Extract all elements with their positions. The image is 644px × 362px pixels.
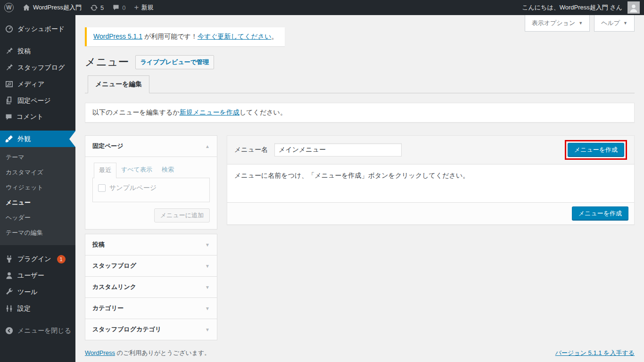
add-to-menu-button[interactable]: メニューに追加	[154, 208, 210, 222]
tab-most-recent[interactable]: 最近	[94, 163, 116, 178]
sidebar-item-label: ツール	[17, 288, 38, 296]
pages-meta-box: 固定ページ ▲ 最近 すべて表示 検索 サンプルページ	[85, 135, 217, 230]
instruction-text: 以下のメニューを編集するか	[92, 108, 180, 116]
sidebar-item-plugins[interactable]: プラグイン 1	[0, 251, 75, 267]
create-menu-button[interactable]: メニューを作成	[568, 143, 624, 157]
wordpress-logo-icon: W	[4, 3, 14, 12]
home-icon	[22, 3, 31, 12]
submenu-item-customize[interactable]: カスタマイズ	[0, 165, 75, 180]
categories-meta-box: カテゴリー ▼	[85, 298, 217, 319]
appearance-brush-icon	[5, 134, 14, 143]
menu-name-input[interactable]	[274, 143, 402, 156]
sidebar-item-label: スタッフブログ	[17, 64, 65, 72]
users-icon	[5, 271, 14, 280]
menu-name-header: メニュー名 メニューを作成	[227, 136, 634, 165]
help-button[interactable]: ヘルプ ▼	[594, 15, 635, 32]
notice-text: が利用可能です！	[142, 33, 198, 40]
meta-box-title: スタッフブログカテゴリ	[92, 325, 161, 334]
wp-logo-menu[interactable]: W	[0, 0, 18, 15]
pages-meta-box-body: 最近 すべて表示 検索 サンプルページ メニューに追加	[85, 156, 217, 229]
notice-text-end: 。	[272, 33, 278, 40]
meta-box-title: カテゴリー	[92, 304, 124, 313]
submenu-item-theme-editor[interactable]: テーマの編集	[0, 225, 75, 240]
sidebar-item-settings[interactable]: 設定	[0, 300, 75, 317]
submenu-item-themes[interactable]: テーマ	[0, 150, 75, 165]
sidebar-item-pages[interactable]: 固定ページ	[0, 92, 75, 109]
wordpress-footer-link[interactable]: WordPress	[85, 349, 115, 356]
sidebar-item-label: メディア	[17, 80, 44, 89]
screen-options-button[interactable]: 表示オプション ▼	[525, 15, 590, 32]
staff-blog-categories-meta-box: スタッフブログカテゴリ ▼	[85, 319, 217, 340]
pin-icon	[5, 63, 14, 72]
pages-meta-box-header[interactable]: 固定ページ ▲	[85, 136, 217, 156]
new-content-link[interactable]: + 新規	[130, 0, 158, 15]
meta-box-title: スタッフブログ	[92, 262, 136, 270]
publishing-actions: メニューを作成	[227, 202, 634, 224]
comment-icon	[112, 4, 120, 11]
comments-link[interactable]: 0	[108, 0, 130, 15]
site-name: WordPress超入門	[33, 3, 82, 12]
admin-bar: W WordPress超入門 5 0 + 新規 こんにちは、WordPress超…	[0, 0, 644, 15]
create-new-menu-link[interactable]: 新規メニューを作成	[180, 108, 239, 116]
chevron-down-icon: ▼	[205, 285, 210, 290]
sidebar-item-comments[interactable]: コメント	[0, 109, 75, 125]
chevron-down-icon: ▼	[205, 306, 210, 311]
sidebar-item-tools[interactable]: ツール	[0, 284, 75, 300]
checkbox-label: サンプルページ	[109, 184, 157, 192]
sample-page-checkbox[interactable]	[98, 184, 106, 192]
tab-edit-menus[interactable]: メニューを編集	[88, 75, 149, 93]
update-notice: WordPress 5.1.1 が利用可能です！今すぐ更新してください。	[85, 27, 285, 46]
plus-icon: +	[134, 3, 139, 11]
sidebar-item-label: 外観	[17, 135, 31, 143]
submenu-item-header[interactable]: ヘッダー	[0, 210, 75, 225]
submenu-item-widgets[interactable]: ウィジェット	[0, 180, 75, 195]
site-link[interactable]: WordPress超入門	[18, 0, 86, 15]
update-version-link[interactable]: WordPress 5.1.1	[93, 33, 142, 40]
dashboard-icon	[5, 25, 14, 33]
screen-meta-links: 表示オプション ▼ ヘルプ ▼	[525, 15, 635, 32]
get-version-link[interactable]: バージョン 5.1.1 を入手する	[555, 349, 635, 357]
settings-sliders-icon	[5, 304, 14, 313]
update-now-link[interactable]: 今すぐ更新してください	[198, 33, 272, 40]
chevron-down-icon: ▼	[205, 263, 210, 269]
admin-sidebar: ダッシュボード 投稿 スタッフブログ メディア 固定ページ コメント	[0, 15, 75, 362]
manage-with-live-preview-button[interactable]: ライブプレビューで管理	[135, 55, 214, 69]
tab-view-all[interactable]: すべて表示	[116, 163, 157, 178]
my-account-link[interactable]: こんにちは、WordPress超入門 さん	[518, 0, 644, 15]
sidebar-item-label: ユーザー	[17, 272, 44, 280]
sidebar-item-appearance[interactable]: 外観	[0, 131, 75, 147]
staff-blog-meta-box: スタッフブログ ▼	[85, 255, 217, 277]
footer-thanks-text: のご利用ありがとうございます。	[115, 349, 210, 356]
categories-meta-box-header[interactable]: カテゴリー ▼	[85, 298, 217, 319]
updates-link[interactable]: 5	[86, 0, 108, 15]
annotation-highlight-box: メニューを作成	[565, 140, 627, 160]
page-checklist: サンプルページ	[92, 178, 210, 202]
custom-links-meta-box-header[interactable]: カスタムリンク ▼	[85, 277, 217, 297]
sidebar-item-label: メニューを閉じる	[17, 327, 71, 335]
sidebar-item-dashboard[interactable]: ダッシュボード	[0, 21, 75, 37]
staff-blog-categories-meta-box-header[interactable]: スタッフブログカテゴリ ▼	[85, 319, 217, 340]
menu-name-label: メニュー名	[234, 146, 268, 154]
help-label: ヘルプ	[601, 19, 620, 27]
screen-options-label: 表示オプション	[532, 19, 576, 27]
menu-instructions-text: メニューに名前をつけ、「メニューを作成」ボタンをクリックしてください。	[227, 165, 634, 202]
sidebar-item-users[interactable]: ユーザー	[0, 267, 75, 284]
sidebar-item-media[interactable]: メディア	[0, 76, 75, 92]
chevron-down-icon: ▼	[578, 21, 583, 25]
sidebar-item-posts[interactable]: 投稿	[0, 43, 75, 59]
create-menu-button-bottom[interactable]: メニューを作成	[572, 206, 628, 221]
tab-search[interactable]: 検索	[157, 163, 179, 178]
comments-icon	[5, 113, 13, 121]
staff-blog-meta-box-header[interactable]: スタッフブログ ▼	[85, 255, 217, 276]
greeting-text: こんにちは、WordPress超入門 さん	[522, 3, 622, 12]
meta-box-title: 固定ページ	[92, 142, 124, 150]
submenu-item-menus[interactable]: メニュー	[0, 195, 75, 210]
avatar	[627, 1, 640, 14]
custom-links-meta-box: カスタムリンク ▼	[85, 277, 217, 298]
comment-count: 0	[122, 4, 125, 11]
posts-meta-box: 投稿 ▼	[85, 234, 217, 255]
appearance-submenu: テーマ カスタマイズ ウィジェット メニュー ヘッダー テーマの編集	[0, 147, 75, 245]
sidebar-item-staff-blog[interactable]: スタッフブログ	[0, 59, 75, 76]
posts-meta-box-header[interactable]: 投稿 ▼	[85, 234, 217, 255]
collapse-menu-button[interactable]: メニューを閉じる	[0, 322, 75, 339]
